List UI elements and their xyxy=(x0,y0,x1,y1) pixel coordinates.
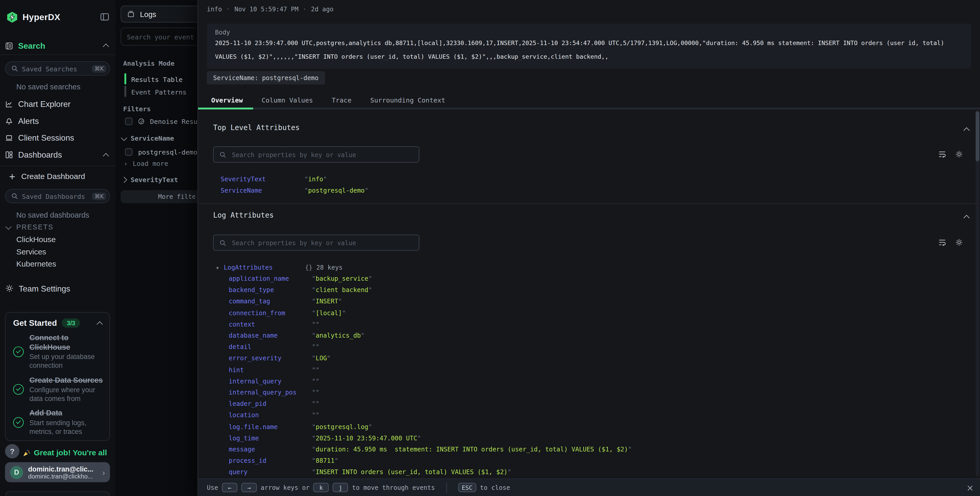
attribute-key[interactable]: connection_from xyxy=(229,309,285,316)
sidebar-item-label: Dashboards xyxy=(18,150,62,159)
tab-underline-track xyxy=(198,108,980,109)
attribute-key[interactable]: database_name xyxy=(229,332,278,339)
arrow-left-key: ← xyxy=(222,483,237,492)
filter-group-servicename[interactable]: ServiceName xyxy=(122,134,174,142)
top-level-search-input[interactable] xyxy=(231,150,419,159)
attribute-value[interactable] xyxy=(312,321,320,328)
attribute-value[interactable]: backup_service xyxy=(312,275,372,282)
attribute-value[interactable]: duration: 45.950 ms statement: INSERT IN… xyxy=(312,446,632,453)
tab-overview[interactable]: Overview xyxy=(211,96,243,104)
search-icon xyxy=(11,65,18,72)
attribute-key[interactable]: hint xyxy=(229,366,244,373)
get-started-item[interactable]: Create Data Sources Configure where your… xyxy=(13,375,105,403)
attribute-key[interactable]: log_time xyxy=(229,434,259,442)
attribute-key[interactable]: message xyxy=(229,446,255,453)
attribute-key[interactable]: leader_pid xyxy=(229,400,266,407)
attribute-value[interactable] xyxy=(312,378,320,384)
sidebar-item-services[interactable]: Services xyxy=(16,247,46,256)
tree-expand-icon[interactable]: ▾ xyxy=(216,265,219,271)
chevron-up-icon[interactable] xyxy=(97,321,103,327)
presets-toggle[interactable]: PRESETS xyxy=(6,223,54,231)
get-started-item[interactable]: Connect to ClickHouse Set up your databa… xyxy=(13,333,105,370)
attribute-key[interactable]: internal_query_pos xyxy=(229,389,296,396)
sidebar-item-alerts[interactable]: Alerts xyxy=(0,113,116,129)
attribute-key[interactable]: application_name xyxy=(229,275,289,282)
attribute-value[interactable]: INSERT INTO orders (user_id, total) VALU… xyxy=(312,469,511,476)
service-name-tag[interactable]: ServiceName: postgresql-demo xyxy=(207,71,325,85)
sidebar-collapse-icon[interactable] xyxy=(100,13,110,21)
collapse-section-icon[interactable] xyxy=(964,127,970,133)
attribute-value[interactable]: 88711 xyxy=(312,458,338,464)
service-checkbox[interactable] xyxy=(125,148,132,156)
attribute-key[interactable]: query xyxy=(229,469,248,476)
attribute-value[interactable]: info xyxy=(304,175,327,183)
saved-searches-button[interactable]: Saved Searches ⌘K xyxy=(5,61,110,76)
attribute-value[interactable]: 2025-11-10 23:59:47.000 UTC xyxy=(312,434,421,442)
mode-results-table[interactable]: Results Table xyxy=(131,76,183,83)
attribute-value[interactable]: postgresql.log xyxy=(312,423,372,430)
attribute-key[interactable]: context xyxy=(229,321,255,328)
gear-icon[interactable] xyxy=(955,150,963,158)
user-menu[interactable]: D dominic.tran@clic... dominic.tran@clic… xyxy=(5,462,110,482)
attribute-value[interactable]: postgresql-demo xyxy=(304,187,369,194)
attribute-value[interactable] xyxy=(312,389,320,396)
get-started-item[interactable]: Add Data Start sending logs, metrics, or… xyxy=(13,409,105,436)
tab-column-values[interactable]: Column Values xyxy=(262,96,313,104)
sidebar-item-search[interactable]: Search xyxy=(5,40,108,51)
denoise-filter-row[interactable]: Denoise Resul xyxy=(125,118,202,125)
attribute-value[interactable]: [local] xyxy=(312,309,346,316)
sidebar-item-team-settings[interactable]: Team Settings xyxy=(5,283,70,294)
load-more-button[interactable]: › Load more xyxy=(124,159,168,167)
wrap-lines-icon[interactable] xyxy=(938,238,946,246)
scrollbar-thumb[interactable] xyxy=(975,111,980,161)
party-popper-icon xyxy=(22,449,30,457)
attribute-key[interactable]: process_id xyxy=(229,458,266,464)
attribute-key[interactable]: detail xyxy=(229,343,251,351)
chevron-up-icon[interactable] xyxy=(103,43,109,50)
attribute-value[interactable] xyxy=(312,400,320,407)
attribute-value[interactable] xyxy=(312,366,320,373)
collapse-section-icon[interactable] xyxy=(964,215,970,221)
attribute-value[interactable]: analytics_db xyxy=(312,332,365,339)
tab-trace[interactable]: Trace xyxy=(332,96,352,104)
create-dashboard-button[interactable]: Create Dashboard xyxy=(9,169,85,183)
log-attributes-search-box[interactable] xyxy=(213,234,419,251)
chevron-up-icon[interactable] xyxy=(103,153,109,159)
gear-icon[interactable] xyxy=(955,238,963,246)
saved-dashboards-button[interactable]: Saved Dashboards ⌘K xyxy=(5,189,110,203)
wrap-lines-icon[interactable] xyxy=(938,150,946,158)
attribute-value[interactable]: LOG xyxy=(312,355,331,362)
scrollbar[interactable] xyxy=(975,110,980,477)
attribute-key[interactable]: error_severity xyxy=(229,355,282,362)
attribute-value[interactable]: INSERT xyxy=(312,298,342,305)
attribute-value[interactable] xyxy=(312,343,320,351)
filter-group-severitytext[interactable]: SeverityText xyxy=(122,175,178,183)
denoise-checkbox[interactable] xyxy=(125,118,132,125)
attribute-key[interactable]: log.file.name xyxy=(229,423,278,430)
get-started-header[interactable]: Get Started 3/3 xyxy=(13,318,102,328)
sidebar-item-client-sessions[interactable]: Client Sessions xyxy=(0,129,116,147)
attribute-value[interactable] xyxy=(312,412,320,419)
tree-root-key[interactable]: LogAttributes xyxy=(224,264,272,271)
attribute-key[interactable]: command_tag xyxy=(229,298,270,305)
attribute-value[interactable]: client backend xyxy=(312,287,372,293)
filter-group-label: ServiceName xyxy=(131,134,174,142)
mode-event-patterns[interactable]: Event Patterns xyxy=(131,88,186,96)
close-icon[interactable]: × xyxy=(966,483,974,493)
help-button[interactable]: ? xyxy=(5,444,19,458)
sidebar-item-dashboards[interactable]: Dashboards xyxy=(0,146,116,163)
attribute-key[interactable]: location xyxy=(229,412,259,419)
attribute-key[interactable]: SeverityText xyxy=(221,175,266,183)
attribute-key[interactable]: internal_query xyxy=(229,378,282,384)
sidebar-item-clickhouse[interactable]: ClickHouse xyxy=(16,235,56,244)
sidebar-item-kubernetes[interactable]: Kubernetes xyxy=(16,260,56,268)
archive-box-icon xyxy=(127,10,135,18)
top-level-search-box[interactable] xyxy=(213,146,419,163)
log-attributes-search-input[interactable] xyxy=(231,238,419,247)
get-started-card: Get Started 3/3 Connect to ClickHouse Se… xyxy=(5,312,110,441)
sidebar-item-chart-explorer[interactable]: Chart Explorer xyxy=(0,96,116,113)
attribute-key[interactable]: backend_type xyxy=(229,287,274,293)
filter-value-row[interactable]: postgresql-demo xyxy=(125,148,197,156)
attribute-key[interactable]: ServiceName xyxy=(221,187,262,194)
tab-surrounding-context[interactable]: Surrounding Context xyxy=(370,96,445,104)
